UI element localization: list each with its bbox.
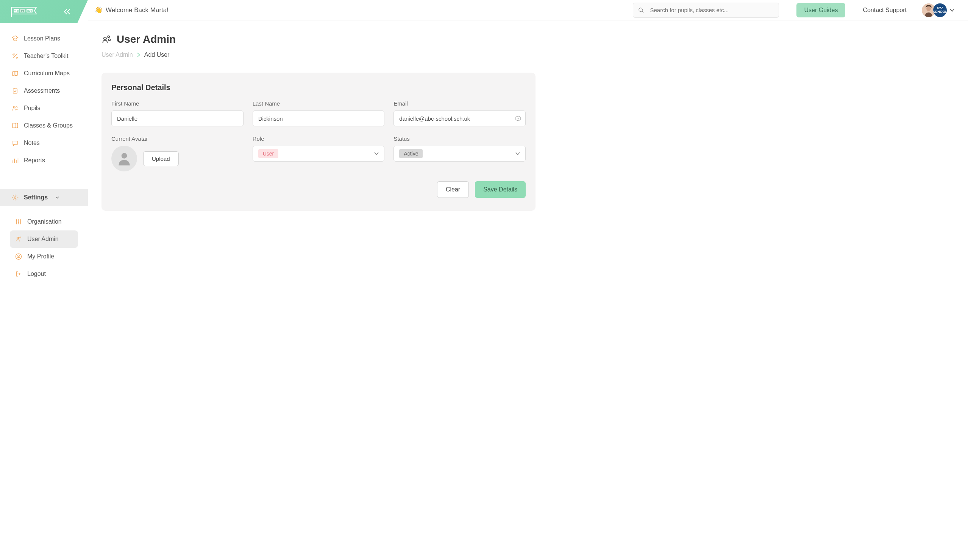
nav-label: Notes [24, 140, 40, 147]
users-icon [12, 105, 18, 112]
role-select[interactable]: User [253, 146, 385, 162]
role-badge: User [258, 149, 279, 158]
email-input[interactable] [393, 111, 525, 126]
logout-icon [15, 271, 22, 278]
first-name-label: First Name [111, 100, 244, 107]
status-label: Status [393, 135, 525, 142]
bar-chart-icon [12, 157, 18, 164]
welcome-text: Welcome Back Marta! [106, 7, 169, 14]
help-icon[interactable]: ? [515, 116, 521, 121]
svg-point-15 [639, 8, 642, 12]
sub-nav-label: Logout [27, 271, 46, 278]
account-menu[interactable]: XYZ SCHOOL [924, 3, 955, 17]
svg-point-14 [18, 255, 20, 257]
contact-support-link[interactable]: Contact Support [863, 7, 907, 13]
nav-teachers-toolkit[interactable]: Teacher's Toolkit [0, 47, 88, 65]
sub-nav-logout[interactable]: Logout [0, 265, 88, 282]
breadcrumb-root[interactable]: User Admin [101, 51, 133, 58]
nav-label: Assessments [24, 88, 60, 94]
nav-label: Pupils [24, 105, 40, 112]
chevron-down-icon [374, 152, 379, 155]
nav-settings[interactable]: Settings [0, 189, 88, 206]
nav-label: Lesson Plans [24, 35, 60, 42]
clipboard-check-icon [12, 88, 18, 94]
search-wrap [633, 3, 779, 18]
sub-nav-label: My Profile [27, 253, 54, 260]
map-icon [12, 70, 18, 77]
settings-label: Settings [24, 194, 48, 201]
users-admin-icon [101, 34, 112, 45]
chevron-down-icon [515, 152, 520, 155]
sub-nav: Organisation User Admin My Profile [0, 206, 88, 282]
content: User Admin User Admin Add User Personal … [88, 20, 968, 560]
nav-label: Reports [24, 157, 45, 164]
svg-point-18 [104, 37, 106, 40]
svg-text:THE: THE [14, 10, 19, 12]
status-select[interactable]: Active [393, 146, 525, 162]
svg-text:HUB: HUB [27, 10, 33, 12]
nav-classes-groups[interactable]: Classes & Groups [0, 117, 88, 134]
svg-text:?: ? [517, 117, 519, 120]
collapse-sidebar-icon[interactable] [64, 9, 70, 15]
svg-point-22 [121, 153, 127, 159]
chevron-right-icon [137, 53, 141, 57]
nav-lesson-plans[interactable]: Lesson Plans [0, 30, 88, 47]
main: 👋 Welcome Back Marta! User Guides Contac… [88, 0, 968, 560]
nav-pupils[interactable]: Pupils [0, 99, 88, 117]
nav-notes[interactable]: Notes [0, 134, 88, 152]
topbar: 👋 Welcome Back Marta! User Guides Contac… [88, 0, 968, 20]
nav-curriculum-maps[interactable]: Curriculum Maps [0, 65, 88, 82]
upload-button[interactable]: Upload [143, 151, 179, 166]
last-name-input[interactable] [253, 111, 385, 126]
chat-icon [12, 140, 18, 147]
org-badge: XYZ SCHOOL [933, 3, 947, 17]
nav-label: Classes & Groups [24, 122, 73, 129]
nav-reports[interactable]: Reports [0, 152, 88, 169]
status-badge: Active [399, 149, 423, 158]
svg-point-19 [108, 36, 109, 38]
user-circle-icon [15, 253, 22, 260]
book-open-icon [12, 122, 18, 129]
save-details-button[interactable]: Save Details [475, 181, 525, 198]
page-header: User Admin [101, 33, 955, 45]
page-title: User Admin [117, 33, 176, 45]
graduation-cap-icon [12, 35, 18, 42]
avatar-label: Current Avatar [111, 135, 244, 142]
last-name-label: Last Name [253, 100, 385, 107]
gear-icon [12, 194, 18, 201]
chevron-down-icon [950, 8, 955, 12]
svg-text:PE: PE [21, 10, 24, 12]
personal-details-panel: Personal Details First Name Last Name Em… [101, 73, 535, 211]
sub-nav-my-profile[interactable]: My Profile [0, 248, 88, 265]
svg-point-9 [16, 107, 17, 108]
svg-point-12 [20, 237, 21, 238]
breadcrumb: User Admin Add User [101, 51, 955, 58]
nav-label: Teacher's Toolkit [24, 53, 68, 59]
first-name-input[interactable] [111, 111, 244, 126]
logo-icon: THE PE HUB [11, 6, 44, 18]
avatar-placeholder [111, 146, 137, 172]
nav-assessments[interactable]: Assessments [0, 82, 88, 99]
search-icon [638, 7, 644, 13]
role-label: Role [253, 135, 385, 142]
users-admin-icon [15, 236, 22, 243]
panel-title: Personal Details [111, 83, 525, 92]
logo[interactable]: THE PE HUB [0, 0, 88, 23]
svg-point-11 [17, 237, 19, 239]
welcome-message: 👋 Welcome Back Marta! [94, 6, 169, 14]
clear-button[interactable]: Clear [437, 181, 469, 198]
tools-icon [12, 53, 18, 59]
svg-point-10 [14, 197, 16, 199]
sidebar: THE PE HUB Lesson Plans Teacher's Toolki… [0, 0, 88, 560]
sub-nav-user-admin[interactable]: User Admin [10, 230, 78, 248]
search-input[interactable] [633, 3, 779, 18]
sub-nav-label: Organisation [27, 218, 62, 225]
nav-label: Curriculum Maps [24, 70, 70, 77]
user-guides-button[interactable]: User Guides [796, 3, 845, 17]
sub-nav-organisation[interactable]: Organisation [0, 213, 88, 230]
svg-point-17 [927, 7, 931, 11]
email-label: Email [393, 100, 525, 107]
sub-nav-label: User Admin [27, 236, 59, 243]
svg-point-8 [13, 106, 15, 108]
svg-point-20 [109, 39, 111, 41]
